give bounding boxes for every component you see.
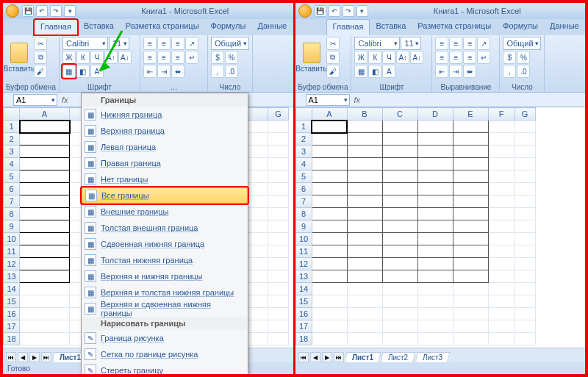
cell[interactable] — [20, 320, 70, 333]
grow-font-icon[interactable]: A↑ — [396, 51, 409, 64]
percent-icon[interactable]: % — [225, 51, 238, 64]
cell[interactable] — [514, 320, 535, 333]
cell[interactable] — [453, 258, 488, 270]
cell[interactable] — [417, 195, 453, 208]
italic-button[interactable]: К — [76, 51, 90, 64]
tab-data[interactable]: Данные — [544, 19, 585, 35]
sheet-nav-first-icon[interactable]: ⏮ — [6, 352, 16, 362]
bold-button[interactable]: Ж — [62, 51, 76, 64]
worksheet-grid[interactable]: ABCDEFG 123456789101112131415161718 — [295, 107, 586, 348]
menu-item-border-5[interactable]: ▦Все границы — [82, 187, 248, 204]
cell[interactable] — [20, 258, 70, 270]
copy-icon[interactable]: ⧉ — [34, 51, 47, 64]
row-header[interactable]: 4 — [295, 158, 312, 170]
grow-font-icon[interactable]: A↑ — [104, 51, 118, 64]
row-header[interactable]: 17 — [4, 320, 20, 333]
cell[interactable] — [268, 158, 289, 170]
tab-page-layout[interactable]: Разметка страницы — [412, 19, 497, 35]
cell[interactable] — [488, 146, 514, 158]
cell[interactable] — [312, 220, 347, 233]
cell[interactable] — [488, 208, 514, 220]
cell[interactable] — [20, 270, 70, 283]
cell[interactable] — [488, 333, 514, 345]
cell[interactable] — [382, 320, 417, 333]
menu-item-border-7[interactable]: ▦Толстая внешняя граница — [82, 220, 248, 236]
cell[interactable] — [417, 220, 453, 233]
col-header-B[interactable]: B — [347, 108, 382, 121]
align-right-icon[interactable]: ≡ — [463, 51, 476, 64]
cell[interactable] — [312, 245, 347, 258]
fill-color-icon[interactable]: ◧ — [76, 65, 90, 78]
cell[interactable] — [488, 158, 514, 170]
increase-decimal-icon[interactable]: .0 — [517, 65, 530, 78]
menu-item-border-12[interactable]: ▦Верхняя и сдвоенная нижняя границы — [82, 301, 248, 317]
row-header[interactable]: 2 — [4, 133, 20, 146]
cell[interactable] — [20, 308, 70, 320]
row-header[interactable]: 16 — [4, 308, 20, 320]
row-header[interactable]: 3 — [295, 146, 312, 158]
cell[interactable] — [453, 220, 488, 233]
percent-icon[interactable]: % — [517, 51, 530, 64]
cell[interactable] — [488, 258, 514, 270]
row-header[interactable]: 2 — [295, 133, 312, 146]
increase-indent-icon[interactable]: ⇥ — [157, 65, 171, 78]
cell[interactable] — [382, 220, 417, 233]
cell[interactable] — [347, 195, 382, 208]
cell[interactable] — [514, 258, 535, 270]
decrease-indent-icon[interactable]: ⇤ — [435, 65, 448, 78]
cell[interactable] — [417, 121, 453, 133]
sheet-nav-last-icon[interactable]: ⏭ — [41, 352, 51, 362]
cell[interactable] — [514, 170, 535, 183]
tab-insert[interactable]: Вставка — [78, 19, 120, 35]
save-icon[interactable]: 💾 — [22, 5, 34, 17]
cell[interactable] — [488, 133, 514, 146]
cell[interactable] — [514, 245, 535, 258]
cell[interactable] — [268, 283, 289, 295]
cell[interactable] — [20, 146, 70, 158]
cell[interactable] — [20, 208, 70, 220]
cell[interactable] — [453, 183, 488, 195]
cell[interactable] — [417, 295, 453, 308]
cell[interactable] — [488, 121, 514, 133]
cell[interactable] — [453, 308, 488, 320]
cell[interactable] — [382, 333, 417, 345]
cell[interactable] — [382, 133, 417, 146]
cell[interactable] — [417, 183, 453, 195]
align-bottom-icon[interactable]: ≡ — [171, 37, 184, 50]
cell[interactable] — [312, 146, 347, 158]
cell[interactable] — [268, 195, 289, 208]
cell[interactable] — [268, 220, 289, 233]
cell[interactable] — [417, 333, 453, 345]
row-header[interactable]: 11 — [295, 245, 312, 258]
menu-item-border-6[interactable]: ▦Внешние границы — [82, 204, 248, 220]
sheet-tab-2[interactable]: Лист2 — [380, 352, 415, 362]
align-left-icon[interactable]: ≡ — [143, 51, 157, 64]
cell[interactable] — [312, 295, 347, 308]
cell[interactable] — [514, 233, 535, 245]
office-button[interactable] — [298, 4, 312, 18]
cell[interactable] — [20, 183, 70, 195]
cell[interactable] — [347, 295, 382, 308]
cell[interactable] — [514, 133, 535, 146]
cell[interactable] — [312, 270, 347, 283]
qat-more-icon[interactable]: ▾ — [356, 5, 368, 17]
cell[interactable] — [453, 333, 488, 345]
menu-item-border-0[interactable]: ▦Нижняя граница — [82, 107, 248, 123]
cell[interactable] — [312, 333, 347, 345]
cell[interactable] — [20, 233, 70, 245]
cell[interactable] — [20, 158, 70, 170]
cell[interactable] — [514, 195, 535, 208]
cell[interactable] — [312, 258, 347, 270]
name-box[interactable]: A1 — [306, 94, 350, 106]
font-size-combo[interactable]: 11 — [401, 37, 421, 50]
cell[interactable] — [382, 170, 417, 183]
cell[interactable] — [417, 308, 453, 320]
redo-icon[interactable]: ↷ — [343, 5, 354, 17]
cell[interactable] — [382, 245, 417, 258]
cell[interactable] — [514, 283, 535, 295]
menu-item-draw-1[interactable]: ✎Сетка по границе рисунка — [82, 346, 248, 362]
undo-icon[interactable]: ↶ — [36, 5, 48, 17]
comma-icon[interactable]: , — [503, 65, 516, 78]
menu-item-border-2[interactable]: ▦Левая граница — [82, 139, 248, 155]
cell[interactable] — [382, 195, 417, 208]
